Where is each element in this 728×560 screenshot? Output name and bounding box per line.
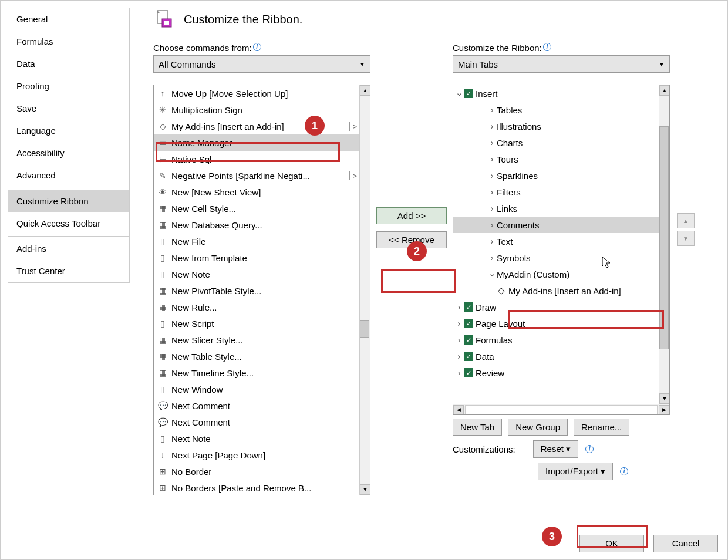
command-item[interactable]: ▯New from Template: [154, 249, 359, 266]
scroll-track[interactable]: [465, 405, 658, 414]
tree-item[interactable]: ⌄✓Insert: [453, 85, 659, 102]
checkbox[interactable]: ✓: [464, 302, 473, 312]
checkbox[interactable]: ✓: [464, 89, 473, 98]
new-group-button[interactable]: New Group: [508, 419, 568, 436]
tree-item[interactable]: ›Symbols: [453, 249, 659, 266]
info-icon[interactable]: i: [543, 43, 551, 51]
scroll-left-arrow[interactable]: ◀: [453, 405, 464, 414]
ok-button[interactable]: OK: [579, 535, 644, 552]
command-item[interactable]: ▤Native Sql: [154, 151, 359, 167]
sidebar-item-addins[interactable]: Add-ins: [8, 238, 129, 260]
sidebar-item-trust-center[interactable]: Trust Center: [8, 260, 129, 282]
add-button[interactable]: Add >>: [376, 207, 447, 224]
move-down-button[interactable]: ▼: [677, 231, 695, 246]
command-item[interactable]: ▦New Table Style...: [154, 348, 359, 365]
expander-icon[interactable]: ›: [487, 170, 497, 180]
info-icon[interactable]: i: [253, 43, 261, 51]
command-item[interactable]: ▦New Database Query...: [154, 217, 359, 233]
command-item[interactable]: ▯New Script: [154, 315, 359, 332]
tree-item[interactable]: ⌄MyAddin (Custom): [453, 266, 659, 282]
command-item[interactable]: 💬Next Comment: [154, 397, 359, 414]
expander-icon[interactable]: ⌄: [487, 268, 497, 279]
command-item[interactable]: ✎Negative Points [Sparkline Negati...>: [154, 167, 359, 184]
expander-icon[interactable]: ›: [487, 187, 497, 197]
sidebar-item-advanced[interactable]: Advanced: [8, 164, 129, 187]
expander-icon[interactable]: ›: [454, 318, 464, 328]
sidebar-item-language[interactable]: Language: [8, 120, 129, 142]
command-item[interactable]: 💬Next Comment: [154, 414, 359, 430]
reset-button[interactable]: Reset ▾: [533, 440, 578, 458]
commands-listbox[interactable]: ↑Move Up [Move Selection Up]✳Multiplicat…: [153, 85, 370, 495]
tree-item[interactable]: ›Tables: [453, 102, 659, 118]
customize-ribbon-dropdown[interactable]: Main Tabs ▼: [453, 55, 670, 73]
tree-item[interactable]: ›✓Review: [453, 365, 659, 381]
checkbox[interactable]: ✓: [464, 335, 473, 345]
command-item[interactable]: 👁New [New Sheet View]: [154, 184, 359, 200]
expander-icon[interactable]: ›: [454, 351, 464, 361]
tree-item[interactable]: ›Illustrations: [453, 118, 659, 134]
scroll-right-arrow[interactable]: ▶: [659, 405, 669, 414]
expander-icon[interactable]: ›: [487, 137, 497, 147]
horizontal-scrollbar[interactable]: ◀ ▶: [453, 404, 670, 415]
command-item[interactable]: ▦New Timeline Style...: [154, 365, 359, 381]
expander-icon[interactable]: ›: [487, 252, 497, 262]
command-item[interactable]: ▦New Cell Style...: [154, 200, 359, 217]
rename-button[interactable]: Rename...: [574, 419, 629, 436]
tree-item[interactable]: ›Tours: [453, 151, 659, 167]
cancel-button[interactable]: Cancel: [653, 535, 718, 552]
command-item[interactable]: ▦New PivotTable Style...: [154, 282, 359, 299]
sidebar-item-formulas[interactable]: Formulas: [8, 31, 129, 53]
choose-commands-dropdown[interactable]: All Commands ▼: [153, 55, 370, 73]
tree-item[interactable]: ◇My Add-ins [Insert an Add-in]: [453, 282, 659, 299]
command-item[interactable]: ↑Move Up [Move Selection Up]: [154, 85, 359, 102]
command-item[interactable]: ⊞No Border: [154, 463, 359, 480]
scroll-up-arrow[interactable]: ▲: [659, 85, 670, 96]
command-item[interactable]: ◇My Add-ins [Insert an Add-in]>: [154, 118, 359, 134]
info-icon[interactable]: i: [620, 467, 628, 475]
tree-item[interactable]: ›✓Data: [453, 348, 659, 365]
tree-item[interactable]: ›✓Draw: [453, 299, 659, 315]
expander-icon[interactable]: ›: [454, 335, 464, 345]
command-item[interactable]: ▯Next Note: [154, 430, 359, 447]
tree-item[interactable]: ›Charts: [453, 134, 659, 151]
command-item[interactable]: ▯New Window: [154, 381, 359, 397]
scrollbar[interactable]: ▲ ▼: [659, 85, 669, 404]
expander-icon[interactable]: ›: [487, 236, 497, 246]
sidebar-item-accessibility[interactable]: Accessibility: [8, 142, 129, 164]
sidebar-item-save[interactable]: Save: [8, 97, 129, 120]
sidebar-item-general[interactable]: General: [8, 8, 129, 31]
sidebar-item-data[interactable]: Data: [8, 53, 129, 75]
scroll-down-arrow[interactable]: ▼: [360, 484, 370, 495]
move-up-button[interactable]: ▲: [677, 213, 695, 228]
ribbon-tree[interactable]: ⌄✓Insert›Tables›Illustrations›Charts›Tou…: [453, 85, 670, 404]
checkbox[interactable]: ✓: [464, 368, 473, 377]
expander-icon[interactable]: ›: [454, 367, 464, 377]
tree-item[interactable]: ›Text: [453, 233, 659, 249]
command-item[interactable]: ▭Name Manager: [154, 134, 359, 151]
scroll-down-arrow[interactable]: ▼: [659, 393, 670, 404]
sidebar-item-quick-access-toolbar[interactable]: Quick Access Toolbar: [8, 212, 129, 235]
command-item[interactable]: ▦New Rule...: [154, 299, 359, 315]
command-item[interactable]: ✳Multiplication Sign: [154, 102, 359, 118]
expander-icon[interactable]: ›: [487, 154, 497, 164]
scroll-thumb[interactable]: [360, 320, 369, 338]
sidebar-item-proofing[interactable]: Proofing: [8, 75, 129, 97]
tree-item[interactable]: ›✓Formulas: [453, 332, 659, 348]
command-item[interactable]: ▯New Note: [154, 266, 359, 282]
command-item[interactable]: ▯New File: [154, 233, 359, 249]
import-export-button[interactable]: Import/Export ▾: [538, 463, 613, 480]
command-item[interactable]: ▦New Slicer Style...: [154, 332, 359, 348]
tree-item[interactable]: ›Comments: [453, 217, 659, 233]
expander-icon[interactable]: ›: [487, 220, 497, 230]
command-item[interactable]: ↓Next Page [Page Down]: [154, 447, 359, 463]
scrollbar[interactable]: ▲ ▼: [359, 85, 370, 495]
expander-icon[interactable]: ›: [487, 121, 497, 131]
expander-icon[interactable]: ›: [454, 302, 464, 312]
command-item[interactable]: ⊞No Borders [Paste and Remove B...: [154, 480, 359, 495]
tree-item[interactable]: ›✓Page Layout: [453, 315, 659, 332]
expander-icon[interactable]: ⌄: [454, 87, 464, 98]
tree-item[interactable]: ›Sparklines: [453, 167, 659, 184]
checkbox[interactable]: ✓: [464, 352, 473, 361]
scroll-up-arrow[interactable]: ▲: [360, 85, 370, 96]
info-icon[interactable]: i: [585, 445, 594, 453]
